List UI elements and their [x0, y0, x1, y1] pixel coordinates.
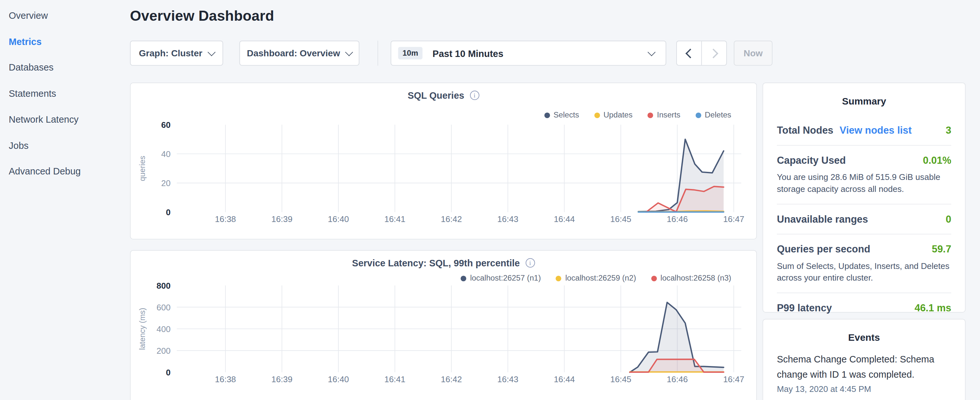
service-latency-chart: 16:3816:3916:4016:4116:4216:4316:4416:45… — [131, 251, 756, 400]
legend-item[interactable]: Updates — [594, 111, 633, 120]
sidebar-nav: Overview Metrics Databases Statements Ne… — [0, 0, 129, 400]
summary-row-label: P99 latency — [777, 303, 832, 314]
now-button[interactable]: Now — [734, 41, 773, 66]
svg-text:16:41: 16:41 — [384, 215, 406, 224]
svg-text:40: 40 — [161, 150, 170, 159]
svg-text:600: 600 — [157, 303, 170, 312]
legend-label: localhost:26258 (n3) — [660, 274, 731, 282]
svg-text:20: 20 — [161, 178, 170, 188]
sidebar-item-databases[interactable]: Databases — [9, 58, 121, 77]
legend-item[interactable]: localhost:26259 (n2) — [556, 274, 636, 282]
summary-row-value: 3 — [946, 125, 951, 136]
svg-text:16:43: 16:43 — [497, 215, 518, 224]
time-range-value: Past 10 Minutes — [433, 48, 649, 59]
summary-row-unavailable-ranges: Unavailable ranges 0 — [777, 204, 951, 234]
svg-text:16:42: 16:42 — [441, 375, 462, 384]
app-root: Overview Metrics Databases Statements Ne… — [0, 0, 980, 400]
chevron-left-icon — [685, 48, 695, 58]
sql-queries-chart-card: 16:3816:3916:4016:4116:4216:4316:4416:45… — [130, 83, 757, 239]
legend-dot-icon — [544, 112, 550, 118]
time-nav-arrows — [676, 41, 727, 66]
summary-row-subtext: You are using 28.6 MiB of 515.9 GiB usab… — [777, 171, 951, 195]
svg-text:16:46: 16:46 — [667, 215, 688, 224]
svg-text:16:47: 16:47 — [723, 375, 744, 384]
graph-dropdown-label: Graph: Cluster — [139, 48, 202, 58]
view-nodes-list-link[interactable]: View nodes list — [840, 125, 912, 136]
legend-dot-icon — [651, 276, 657, 281]
sidebar-item-advanced-debug[interactable]: Advanced Debug — [9, 162, 121, 180]
legend-dot-icon — [695, 112, 701, 118]
summary-row-label: Queries per second — [777, 244, 870, 255]
summary-row-total-nodes: Total Nodes View nodes list 3 — [777, 116, 951, 146]
summary-panel: Summary Total Nodes View nodes list 3 Ca… — [763, 83, 966, 312]
prev-time-button[interactable] — [677, 41, 701, 65]
svg-text:16:44: 16:44 — [554, 375, 575, 384]
page-title: Overview Dashboard — [130, 8, 274, 24]
summary-row-label: Total Nodes — [777, 125, 834, 136]
legend-item[interactable]: Selects — [544, 111, 579, 120]
event-item-text[interactable]: Schema Change Completed: Schema change w… — [777, 352, 951, 382]
dashboard-dropdown-label: Dashboard: Overview — [247, 48, 340, 58]
legend-label: Updates — [603, 111, 633, 120]
svg-text:16:47: 16:47 — [723, 215, 744, 224]
toolbar-divider — [377, 41, 378, 66]
toolbar: Graph: Cluster Dashboard: Overview 10m P… — [130, 41, 780, 66]
legend-dot-icon — [594, 112, 600, 118]
legend-item[interactable]: localhost:26258 (n3) — [651, 274, 731, 282]
event-item-timestamp: May 13, 2020 at 4:45 PM — [777, 384, 951, 394]
svg-text:0: 0 — [166, 368, 170, 377]
summary-row-value: 59.7 — [932, 244, 951, 255]
sidebar-item-overview[interactable]: Overview — [9, 6, 121, 25]
svg-text:16:39: 16:39 — [272, 375, 293, 384]
sidebar-item-jobs[interactable]: Jobs — [9, 136, 121, 155]
sidebar-item-metrics[interactable]: Metrics — [9, 32, 121, 51]
events-title: Events — [763, 319, 965, 343]
chevron-down-icon — [345, 48, 353, 56]
summary-row-value: 46.1 ms — [915, 303, 951, 314]
legend-item[interactable]: Inserts — [648, 111, 680, 120]
service-latency-chart-card: 16:3816:3916:4016:4116:4216:4316:4416:45… — [130, 250, 757, 400]
summary-row-value: 0.01% — [923, 155, 951, 166]
sidebar-item-network-latency[interactable]: Network Latency — [9, 110, 121, 129]
summary-row-label: Capacity Used — [777, 155, 846, 166]
svg-text:16:44: 16:44 — [554, 215, 575, 224]
svg-text:latency (ms): latency (ms) — [138, 308, 146, 350]
sidebar-item-statements[interactable]: Statements — [9, 84, 121, 103]
legend-dot-icon — [556, 276, 562, 281]
svg-text:800: 800 — [157, 281, 170, 290]
chart-title: Service Latency: SQL, 99th percentile — [352, 258, 520, 268]
legend-label: localhost:26259 (n2) — [565, 274, 636, 282]
chart-legend: SelectsUpdatesInsertsDeletes — [544, 111, 732, 120]
summary-row-capacity-used: Capacity Used 0.01% You are using 28.6 M… — [777, 146, 951, 204]
svg-text:16:41: 16:41 — [384, 375, 406, 384]
svg-text:16:39: 16:39 — [272, 215, 293, 224]
chart-legend: localhost:26257 (n1)localhost:26259 (n2)… — [461, 274, 731, 282]
summary-row-subtext: Sum of Selects, Updates, Inserts, and De… — [777, 260, 951, 284]
svg-text:60: 60 — [161, 120, 170, 129]
chevron-right-icon — [708, 48, 718, 58]
chevron-down-icon — [207, 48, 215, 56]
legend-item[interactable]: localhost:26257 (n1) — [461, 274, 541, 282]
sql-queries-chart: 16:3816:3916:4016:4116:4216:4316:4416:45… — [131, 83, 756, 239]
time-range-picker[interactable]: 10m Past 10 Minutes — [390, 41, 666, 66]
time-range-badge: 10m — [398, 47, 423, 59]
info-icon[interactable]: i — [470, 91, 479, 100]
svg-text:16:42: 16:42 — [441, 215, 462, 224]
svg-text:400: 400 — [157, 325, 170, 334]
svg-text:16:46: 16:46 — [667, 375, 688, 384]
graph-dropdown[interactable]: Graph: Cluster — [130, 41, 223, 66]
summary-row-value: 0 — [946, 214, 951, 225]
svg-text:16:40: 16:40 — [328, 375, 349, 384]
legend-dot-icon — [461, 276, 466, 281]
svg-text:16:40: 16:40 — [328, 215, 349, 224]
legend-item[interactable]: Deletes — [695, 111, 731, 120]
summary-row-label: Unavailable ranges — [777, 214, 868, 225]
svg-text:0: 0 — [166, 208, 170, 217]
chevron-down-icon — [648, 48, 656, 56]
info-icon[interactable]: i — [525, 258, 535, 268]
svg-text:16:45: 16:45 — [610, 375, 631, 384]
dashboard-dropdown[interactable]: Dashboard: Overview — [239, 41, 360, 66]
summary-row-p99-latency: P99 latency 46.1 ms — [777, 293, 951, 323]
svg-text:queries: queries — [138, 156, 146, 181]
next-time-button[interactable] — [701, 41, 726, 65]
